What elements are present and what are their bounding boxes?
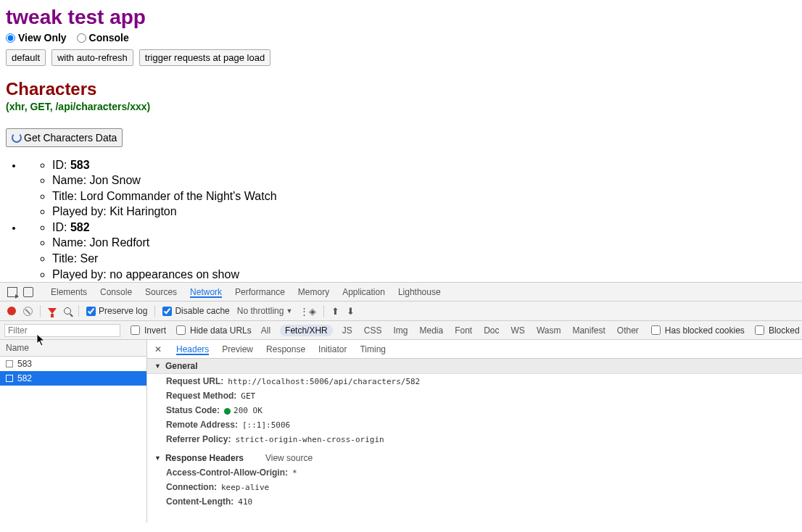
close-detail-icon[interactable]: ✕ [154,344,162,354]
kv-status-code: Status Code:200 OK [147,403,802,417]
network-filter-row: Invert Hide data URLs All Fetch/XHR JS C… [0,321,802,340]
devtools-tabs: Elements Console Sources Network Perform… [0,283,802,302]
default-button[interactable]: default [6,49,46,66]
view-mode-radios: View Only Console [6,32,796,45]
filter-type-manifest[interactable]: Manifest [570,325,607,336]
tab-network[interactable]: Network [190,287,222,297]
request-row[interactable]: 582 [0,371,146,386]
detail-tab-headers[interactable]: Headers [176,344,209,354]
char-title: Title: Lord Commander of the Night's Wat… [52,188,796,204]
characters-subtitle: (xhr, GET, /api/characters/xxx) [6,101,796,112]
filter-type-font[interactable]: Font [452,325,474,336]
filter-type-js[interactable]: JS [340,325,355,336]
devtools-panel: Elements Console Sources Network Perform… [0,282,802,523]
char-name: Name: Jon Snow [52,173,796,188]
app-page: tweak test app View Only Console default… [0,0,802,282]
app-title: tweak test app [6,6,796,29]
filter-type-wasm[interactable]: Wasm [534,325,563,336]
network-body: Name 583 582 ✕ Headers Preview Response … [0,340,802,523]
preserve-log-toggle[interactable]: Preserve log [86,306,147,316]
filter-input[interactable] [4,324,120,337]
auto-refresh-button[interactable]: with auto-refresh [51,49,133,66]
char-name: Name: Jon Redfort [52,235,796,251]
filter-type-all[interactable]: All [259,325,273,336]
filter-type-img[interactable]: Img [391,325,410,336]
record-icon[interactable] [7,307,16,315]
kv-connection: Connection:keep-alive [147,480,802,494]
request-list-header: Name [0,340,146,357]
filter-type-css[interactable]: CSS [362,325,384,336]
console-radio-label[interactable]: Console [77,32,129,43]
tab-performance[interactable]: Performance [235,287,285,297]
char-played: Played by: no appearances on show [52,267,796,283]
hide-data-urls-toggle[interactable]: Hide data URLs [173,323,252,337]
disclosure-triangle-icon: ▼ [154,454,161,462]
disclosure-triangle-icon: ▼ [154,362,161,370]
kv-referrer-policy: Referrer Policy:strict-origin-when-cross… [147,432,802,446]
list-item: ID: 582 Name: Jon Redfort Title: Ser Pla… [23,220,796,282]
detail-tab-initiator[interactable]: Initiator [318,344,347,354]
mode-buttons: default with auto-refresh trigger reques… [6,49,796,66]
tab-lighthouse[interactable]: Lighthouse [398,287,441,297]
request-detail: ✕ Headers Preview Response Initiator Tim… [147,340,802,523]
tab-memory[interactable]: Memory [298,287,329,297]
blocked-requests-toggle[interactable]: Blocked Requests [752,323,802,337]
throttling-select[interactable]: No throttling ▼ [237,306,293,316]
detail-tab-response[interactable]: Response [266,344,305,354]
search-icon[interactable] [64,307,71,315]
console-text: Console [89,32,129,43]
characters-heading: Characters [6,79,796,99]
filter-type-other[interactable]: Other [615,325,641,336]
inspect-element-icon[interactable] [7,287,17,297]
invert-toggle[interactable]: Invert [128,323,166,337]
download-har-icon[interactable]: ⬇ [347,306,355,317]
disable-cache-checkbox[interactable] [162,307,172,316]
upload-har-icon[interactable]: ⬆ [331,306,339,317]
network-conditions-icon[interactable]: ⋮◈ [299,306,316,317]
console-radio[interactable] [77,33,86,43]
network-toolbar: Preserve log Disable cache No throttling… [0,302,802,321]
view-only-text: View Only [18,32,67,43]
kv-request-url: Request URL:http://localhost:5006/api/ch… [147,374,802,388]
request-type-icon [6,375,13,382]
request-row[interactable]: 583 [0,357,146,371]
disable-cache-toggle[interactable]: Disable cache [162,306,229,316]
view-source-link[interactable]: View source [265,453,313,463]
filter-icon[interactable] [48,308,57,314]
characters-list: ID: 583 Name: Jon Snow Title: Lord Comma… [23,157,796,283]
tab-console[interactable]: Console [100,287,132,297]
request-list: Name 583 582 [0,340,147,523]
tab-application[interactable]: Application [342,287,385,297]
list-item: ID: 583 Name: Jon Snow Title: Lord Comma… [23,157,796,220]
device-toolbar-icon[interactable] [23,287,33,297]
view-only-radio-label[interactable]: View Only [6,32,67,43]
char-id: ID: 583 [52,157,796,173]
get-characters-label: Get Characters Data [24,132,117,144]
response-headers-section-header[interactable]: ▼ Response Headers View source [147,451,802,465]
filter-type-media[interactable]: Media [417,325,445,336]
clear-icon[interactable] [23,307,33,316]
trigger-requests-button[interactable]: trigger requests at page load [139,49,271,66]
filter-type-fetchxhr[interactable]: Fetch/XHR [280,325,333,336]
filter-type-doc[interactable]: Doc [481,325,501,336]
kv-acao: Access-Control-Allow-Origin:* [147,465,802,480]
detail-tabs: ✕ Headers Preview Response Initiator Tim… [147,340,802,359]
kv-remote-address: Remote Address:[::1]:5006 [147,417,802,432]
view-only-radio[interactable] [6,33,15,43]
chevron-down-icon: ▼ [286,307,292,315]
preserve-log-checkbox[interactable] [86,307,96,316]
filter-type-ws[interactable]: WS [509,325,527,336]
char-id: ID: 582 [52,220,796,236]
loading-spinner-icon [12,133,22,143]
get-characters-button[interactable]: Get Characters Data [6,128,123,147]
blocked-cookies-toggle[interactable]: Has blocked cookies [648,323,745,337]
detail-tab-timing[interactable]: Timing [360,344,386,354]
tab-sources[interactable]: Sources [145,287,177,297]
status-ok-icon [224,408,231,415]
request-type-icon [6,360,13,367]
tab-elements[interactable]: Elements [51,287,87,297]
detail-tab-preview[interactable]: Preview [222,344,253,354]
char-played: Played by: Kit Harington [52,204,796,220]
kv-request-method: Request Method:GET [147,388,802,403]
general-section-header[interactable]: ▼ General [147,359,802,374]
